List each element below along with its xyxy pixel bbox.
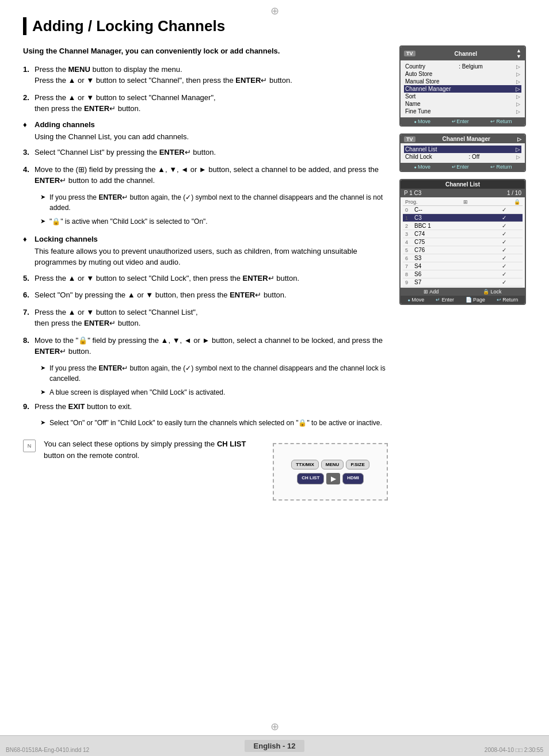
step-9-text: Press the EXIT button to exit. — [35, 402, 132, 411]
step-1-text: Press the MENU button to display the men… — [35, 65, 292, 85]
footer-cm-move: ⬥ Move — [414, 164, 431, 170]
ch-check-6: ✓ — [498, 255, 510, 261]
ch-num-0: 0 — [405, 207, 414, 213]
left-column: Using the Channel Manager, you can conve… — [23, 45, 388, 501]
ch-list-pos: P 1 C3 — [404, 190, 421, 196]
menu-item-channelmanager: Channel Manager ▷ — [404, 85, 521, 93]
ch-check-1: ✓ — [498, 215, 510, 221]
menu-item-channelmanager-arrow: ▷ — [516, 86, 520, 92]
menu-item-finetune: Fine Tune ▷ — [404, 108, 521, 115]
step-4-note-2: "🔒" is active when "Child Lock" is selec… — [40, 216, 388, 227]
title-bar: Adding / Locking Channels — [23, 17, 526, 35]
menu-item-autostore-arrow: ▷ — [516, 71, 520, 77]
footer-cm-return: ↩ Return — [490, 164, 512, 170]
arrow-icon: ▶ — [326, 473, 340, 484]
footer-text: English - 12 — [245, 740, 305, 752]
ch-check-9: ✓ — [498, 279, 510, 285]
ch-num-2: 2 — [405, 223, 414, 229]
ch-num-5: 5 — [405, 247, 414, 253]
step-8-number: 8. — [23, 335, 29, 346]
doc-date: 2008-04-10 □□ 2:30:55 — [485, 747, 543, 753]
cm-item-childlock: Child Lock : Off ▷ — [404, 153, 521, 161]
lock-btn[interactable]: 🔒 Lock — [483, 289, 502, 295]
right-column: TV Channel ▲▼ Country : Belgium ▷ Auto S… — [399, 45, 526, 501]
col-add: ⊞ — [463, 199, 468, 205]
step-4-number: 4. — [23, 164, 29, 175]
hdmi-btn[interactable]: HDMI — [342, 473, 363, 484]
step-1: 1. Press the MENU button to display the … — [23, 64, 388, 86]
step-4-text: Move to the (⊞) field by pressing the ▲,… — [35, 165, 379, 185]
crosshair-top-icon: ⊕ — [270, 5, 279, 17]
cm-item-childlock-label: Child Lock — [405, 154, 432, 160]
menu-btn[interactable]: MENU — [321, 460, 344, 469]
step-6: 6. Select "On" by pressing the ▲ or ▼ bu… — [23, 289, 388, 301]
footer-return: ↩ Return — [490, 119, 512, 124]
main-content: Using the Channel Manager, you can conve… — [23, 45, 526, 501]
step-8-text: Move to the "🔒" field by pressing the ▲,… — [35, 336, 383, 356]
step-8-note-1: If you press the ENTER↵ button again, th… — [40, 363, 388, 384]
crosshair-bottom-icon: ⊕ — [270, 720, 279, 733]
tv-channel-menu-screen: TV Channel ▲▼ Country : Belgium ▷ Auto S… — [399, 45, 526, 127]
remote-btn-row-1: TTX/MIX MENU P.SIZE — [291, 460, 369, 469]
ch-check-5: ✓ — [498, 247, 510, 253]
menu-item-country-label: Country — [405, 63, 425, 70]
psize-btn[interactable]: P.SIZE — [346, 460, 369, 469]
ch-name-8: S6 — [414, 271, 498, 277]
remote-illustration: TTX/MIX MENU P.SIZE CH LIST ▶ HDMI — [273, 443, 388, 501]
menu-item-name-arrow: ▷ — [516, 101, 520, 107]
locking-channels-header: Locking channels — [23, 235, 388, 243]
ch-list-page: 1 / 10 — [507, 190, 521, 196]
step-5-text: Press the ▲ or ▼ button to select "Child… — [35, 274, 299, 282]
ch-list-header: Channel List — [401, 180, 525, 189]
tv-channel-manager-header: TV Channel Manager ▷ — [401, 135, 525, 143]
adding-channels-header: Adding channels — [23, 120, 388, 129]
ch-num-6: 6 — [405, 255, 414, 261]
step-9-note-1: Select "On" or "Off" in "Child Lock" to … — [40, 418, 388, 428]
step-9-number: 9. — [23, 401, 29, 413]
page-title: Adding / Locking Channels — [32, 17, 526, 35]
footer-enter-2: ↵ Enter — [436, 297, 454, 303]
ch-list-footer: ⬥ Move ↵ Enter 📄 Page ↩ Return — [401, 296, 525, 304]
step-5-number: 5. — [23, 273, 29, 284]
chlist-btn[interactable]: CH LIST — [297, 473, 324, 484]
ch-row-5: 5 C76 ✓ — [403, 246, 523, 254]
ch-row-6: 6 S3 ✓ — [403, 254, 523, 262]
menu-item-country: Country : Belgium ▷ — [404, 63, 521, 70]
remote-inner: TTX/MIX MENU P.SIZE CH LIST ▶ HDMI — [291, 460, 369, 484]
tv-channel-menu-footer: ⬥ Move ↵Enter ↩ Return — [401, 117, 525, 125]
ch-name-5: C76 — [414, 247, 498, 253]
tv-channel-menu-body: Country : Belgium ▷ Auto Store ▷ Manual … — [401, 60, 525, 117]
menu-item-country-arrow: ▷ — [516, 64, 520, 70]
page-wrapper: ⊕ Adding / Locking Channels Using the Ch… — [0, 0, 549, 756]
ch-name-3: C74 — [414, 231, 498, 237]
ch-name-6: S3 — [414, 255, 498, 261]
cm-item-channellist-label: Channel List — [405, 146, 437, 152]
footer-page: 📄 Page — [466, 297, 486, 303]
cm-item-childlock-value: : Off — [468, 154, 479, 160]
step-2: 2. Press the ▲ or ▼ button to select "Ch… — [23, 92, 388, 114]
ch-row-8: 8 S6 ✓ — [403, 270, 523, 278]
ch-name-0: C-- — [414, 207, 498, 213]
footer-move-2: ⬥ Move — [407, 297, 425, 303]
menu-item-country-value: : Belgium — [459, 63, 483, 70]
ch-num-8: 8 — [405, 272, 414, 277]
ch-num-4: 4 — [405, 239, 414, 245]
add-btn[interactable]: ⊞ Add — [424, 289, 439, 295]
ch-row-4: 4 C75 ✓ — [403, 238, 523, 246]
menu-item-sort-label: Sort — [405, 93, 415, 100]
ch-check-4: ✓ — [498, 239, 510, 245]
step-4-note-1: If you press the ENTER↵ button again, th… — [40, 192, 388, 213]
menu-item-manualstore-arrow: ▷ — [516, 79, 520, 85]
ch-name-2: BBC 1 — [414, 223, 498, 229]
step-8: 8. Move to the "🔒" field by pressing the… — [23, 335, 388, 357]
ch-num-9: 9 — [405, 280, 414, 285]
bottom-note-text: You can select these options by simply p… — [44, 438, 265, 461]
col-prog: Prog. — [405, 199, 418, 205]
ch-check-2: ✓ — [498, 223, 510, 229]
ch-num-3: 3 — [405, 231, 414, 237]
doc-info: BN68-01518A-Eng-0410.indd 12 — [6, 747, 89, 753]
ttxmix-btn[interactable]: TTX/MIX — [291, 460, 319, 469]
ch-list-body: Prog. ⊞ 🔒 0 C-- ✓ 1 C3 ✓ — [401, 197, 525, 288]
footer-move: ⬥ Move — [414, 119, 431, 124]
ch-row-3: 3 C74 ✓ — [403, 230, 523, 238]
